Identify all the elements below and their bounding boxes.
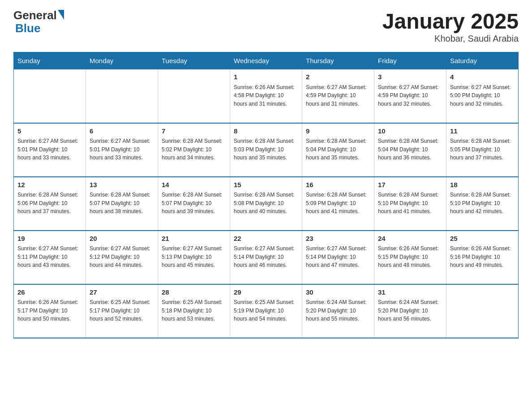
weekday-header-row: SundayMondayTuesdayWednesdayThursdayFrid… <box>14 52 519 69</box>
day-info: Sunrise: 6:28 AM Sunset: 5:07 PM Dayligh… <box>162 191 226 216</box>
day-info: Sunrise: 6:24 AM Sunset: 5:20 PM Dayligh… <box>378 298 442 323</box>
logo-general-text: General <box>13 9 57 22</box>
day-number: 26 <box>17 287 82 298</box>
calendar-cell <box>158 69 230 123</box>
calendar-cell: 23Sunrise: 6:27 AM Sunset: 5:14 PM Dayli… <box>302 231 374 284</box>
day-number: 24 <box>378 234 442 244</box>
day-info: Sunrise: 6:28 AM Sunset: 5:08 PM Dayligh… <box>234 191 298 216</box>
day-info: Sunrise: 6:27 AM Sunset: 5:14 PM Dayligh… <box>306 244 370 270</box>
day-number: 23 <box>306 234 370 244</box>
day-info: Sunrise: 6:26 AM Sunset: 4:58 PM Dayligh… <box>234 83 298 108</box>
calendar-cell: 6Sunrise: 6:27 AM Sunset: 5:01 PM Daylig… <box>86 123 158 177</box>
calendar-cell: 20Sunrise: 6:27 AM Sunset: 5:12 PM Dayli… <box>86 231 158 284</box>
calendar-body: 1Sunrise: 6:26 AM Sunset: 4:58 PM Daylig… <box>14 69 519 338</box>
calendar-cell: 17Sunrise: 6:28 AM Sunset: 5:10 PM Dayli… <box>374 177 446 231</box>
day-number: 29 <box>234 287 298 298</box>
calendar-cell <box>14 69 86 123</box>
day-number: 31 <box>378 287 442 298</box>
day-number: 21 <box>162 234 226 244</box>
calendar-cell: 19Sunrise: 6:27 AM Sunset: 5:11 PM Dayli… <box>14 231 86 284</box>
day-info: Sunrise: 6:28 AM Sunset: 5:06 PM Dayligh… <box>17 191 82 216</box>
day-number: 18 <box>450 180 515 190</box>
day-info: Sunrise: 6:28 AM Sunset: 5:09 PM Dayligh… <box>306 191 370 216</box>
page-subtitle: Khobar, Saudi Arabia <box>382 34 519 44</box>
calendar-cell: 12Sunrise: 6:28 AM Sunset: 5:06 PM Dayli… <box>14 177 86 231</box>
day-number: 17 <box>378 180 442 190</box>
weekday-header-thursday: Thursday <box>302 52 374 69</box>
day-info: Sunrise: 6:27 AM Sunset: 4:59 PM Dayligh… <box>306 83 370 108</box>
day-info: Sunrise: 6:28 AM Sunset: 5:10 PM Dayligh… <box>450 191 515 216</box>
day-number: 15 <box>234 180 298 190</box>
day-number: 20 <box>90 234 154 244</box>
day-number: 3 <box>378 72 442 82</box>
day-info: Sunrise: 6:28 AM Sunset: 5:05 PM Dayligh… <box>450 137 515 162</box>
calendar-cell: 21Sunrise: 6:27 AM Sunset: 5:13 PM Dayli… <box>158 231 230 284</box>
day-number: 16 <box>306 180 370 190</box>
weekday-header-sunday: Sunday <box>14 52 86 69</box>
calendar-cell: 25Sunrise: 6:26 AM Sunset: 5:16 PM Dayli… <box>446 231 519 284</box>
calendar-cell: 28Sunrise: 6:25 AM Sunset: 5:18 PM Dayli… <box>158 284 230 338</box>
calendar-cell: 7Sunrise: 6:28 AM Sunset: 5:02 PM Daylig… <box>158 123 230 177</box>
day-number: 27 <box>90 287 154 298</box>
calendar-cell: 9Sunrise: 6:28 AM Sunset: 5:04 PM Daylig… <box>302 123 374 177</box>
day-info: Sunrise: 6:27 AM Sunset: 5:12 PM Dayligh… <box>90 244 154 270</box>
calendar-table: SundayMondayTuesdayWednesdayThursdayFrid… <box>13 52 519 338</box>
day-number: 22 <box>234 234 298 244</box>
day-info: Sunrise: 6:28 AM Sunset: 5:04 PM Dayligh… <box>378 137 442 162</box>
day-info: Sunrise: 6:25 AM Sunset: 5:17 PM Dayligh… <box>90 298 154 323</box>
day-number: 8 <box>234 126 298 137</box>
calendar-week-row: 5Sunrise: 6:27 AM Sunset: 5:01 PM Daylig… <box>14 123 519 177</box>
day-number: 1 <box>234 72 298 82</box>
calendar-cell: 11Sunrise: 6:28 AM Sunset: 5:05 PM Dayli… <box>446 123 519 177</box>
page-title: January 2025 <box>382 9 519 34</box>
day-info: Sunrise: 6:25 AM Sunset: 5:18 PM Dayligh… <box>162 298 226 323</box>
day-info: Sunrise: 6:25 AM Sunset: 5:19 PM Dayligh… <box>234 298 298 323</box>
calendar-cell: 2Sunrise: 6:27 AM Sunset: 4:59 PM Daylig… <box>302 69 374 123</box>
day-info: Sunrise: 6:28 AM Sunset: 5:07 PM Dayligh… <box>90 191 154 216</box>
calendar-week-row: 19Sunrise: 6:27 AM Sunset: 5:11 PM Dayli… <box>14 231 519 284</box>
day-info: Sunrise: 6:27 AM Sunset: 5:13 PM Dayligh… <box>162 244 226 270</box>
day-number: 13 <box>90 180 154 190</box>
day-info: Sunrise: 6:28 AM Sunset: 5:04 PM Dayligh… <box>306 137 370 162</box>
day-info: Sunrise: 6:27 AM Sunset: 5:11 PM Dayligh… <box>17 244 82 270</box>
day-number: 28 <box>162 287 226 298</box>
logo-blue-text: Blue <box>15 22 40 35</box>
day-number: 5 <box>17 126 82 137</box>
day-info: Sunrise: 6:26 AM Sunset: 5:17 PM Dayligh… <box>17 298 82 323</box>
day-number: 12 <box>17 180 82 190</box>
calendar-header: SundayMondayTuesdayWednesdayThursdayFrid… <box>14 52 519 69</box>
calendar-cell: 18Sunrise: 6:28 AM Sunset: 5:10 PM Dayli… <box>446 177 519 231</box>
day-info: Sunrise: 6:27 AM Sunset: 5:01 PM Dayligh… <box>17 137 82 162</box>
page-header: General Blue January 2025 Khobar, Saudi … <box>13 9 519 44</box>
weekday-header-tuesday: Tuesday <box>158 52 230 69</box>
calendar-cell: 4Sunrise: 6:27 AM Sunset: 5:00 PM Daylig… <box>446 69 519 123</box>
calendar-cell: 3Sunrise: 6:27 AM Sunset: 4:59 PM Daylig… <box>374 69 446 123</box>
day-number: 6 <box>90 126 154 137</box>
day-info: Sunrise: 6:27 AM Sunset: 5:00 PM Dayligh… <box>450 83 515 108</box>
calendar-week-row: 26Sunrise: 6:26 AM Sunset: 5:17 PM Dayli… <box>14 284 519 338</box>
day-number: 2 <box>306 72 370 82</box>
calendar-cell: 16Sunrise: 6:28 AM Sunset: 5:09 PM Dayli… <box>302 177 374 231</box>
day-number: 10 <box>378 126 442 137</box>
day-info: Sunrise: 6:26 AM Sunset: 5:15 PM Dayligh… <box>378 244 442 270</box>
day-info: Sunrise: 6:27 AM Sunset: 5:14 PM Dayligh… <box>234 244 298 270</box>
calendar-cell: 26Sunrise: 6:26 AM Sunset: 5:17 PM Dayli… <box>14 284 86 338</box>
day-number: 11 <box>450 126 515 137</box>
calendar-cell: 29Sunrise: 6:25 AM Sunset: 5:19 PM Dayli… <box>230 284 302 338</box>
day-info: Sunrise: 6:28 AM Sunset: 5:02 PM Dayligh… <box>162 137 226 162</box>
weekday-header-monday: Monday <box>86 52 158 69</box>
day-info: Sunrise: 6:28 AM Sunset: 5:10 PM Dayligh… <box>378 191 442 216</box>
day-number: 14 <box>162 180 226 190</box>
calendar-cell: 13Sunrise: 6:28 AM Sunset: 5:07 PM Dayli… <box>86 177 158 231</box>
day-number: 19 <box>17 234 82 244</box>
calendar-cell <box>446 284 519 338</box>
day-number: 25 <box>450 234 515 244</box>
calendar-cell: 30Sunrise: 6:24 AM Sunset: 5:20 PM Dayli… <box>302 284 374 338</box>
day-info: Sunrise: 6:24 AM Sunset: 5:20 PM Dayligh… <box>306 298 370 323</box>
day-info: Sunrise: 6:27 AM Sunset: 4:59 PM Dayligh… <box>378 83 442 108</box>
day-info: Sunrise: 6:26 AM Sunset: 5:16 PM Dayligh… <box>450 244 515 270</box>
logo: General Blue <box>13 9 64 34</box>
calendar-cell: 14Sunrise: 6:28 AM Sunset: 5:07 PM Dayli… <box>158 177 230 231</box>
calendar-week-row: 12Sunrise: 6:28 AM Sunset: 5:06 PM Dayli… <box>14 177 519 231</box>
calendar-cell: 15Sunrise: 6:28 AM Sunset: 5:08 PM Dayli… <box>230 177 302 231</box>
